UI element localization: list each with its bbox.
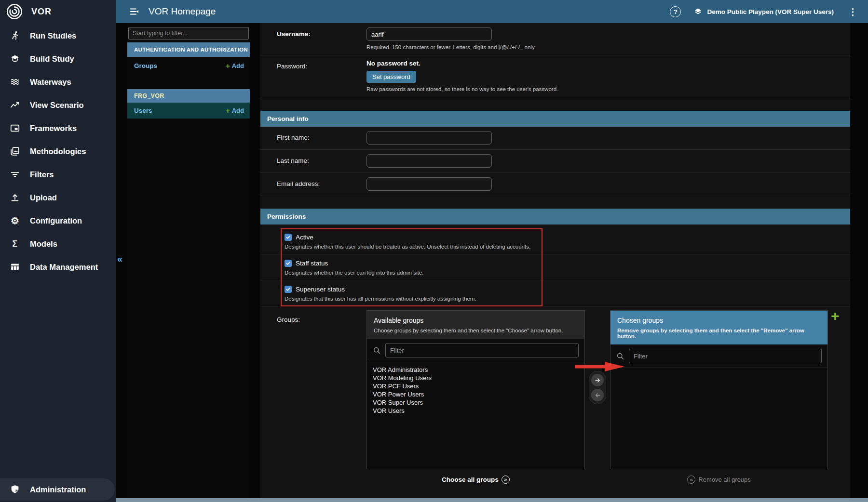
objnav-row-groups: Groups + Add xyxy=(127,57,250,75)
superuser-status-checkbox[interactable] xyxy=(285,286,292,293)
users-link[interactable]: Users xyxy=(134,107,152,114)
sidebar-item-administration[interactable]: Administration xyxy=(0,478,115,501)
chosen-groups-help: Remove groups by selecting them and then… xyxy=(617,328,821,339)
sidebar-item-label: Build Study xyxy=(30,54,74,64)
top-header: VOR Homepage ? Demo Public Playpen (VOR … xyxy=(116,0,868,23)
add-group-plus-button[interactable]: + xyxy=(831,310,841,322)
horizontal-scrollbar[interactable] xyxy=(116,498,868,502)
vor-logo-icon xyxy=(5,2,24,21)
last-name-label: Last name: xyxy=(277,154,366,168)
superuser-status-help: Designates that this user has all permis… xyxy=(285,296,841,302)
choose-all-icon: » xyxy=(502,476,510,484)
layers-icon xyxy=(693,7,703,16)
photo-library-icon xyxy=(9,146,21,157)
staff-status-row: Staff status Designates whether the user… xyxy=(260,254,850,280)
sidebar-item-configuration[interactable]: ⚙ Configuration xyxy=(0,209,116,232)
sidebar-item-label: Run Studies xyxy=(30,31,76,40)
first-name-input[interactable] xyxy=(366,131,492,145)
available-groups-help: Choose groups by selecting them and then… xyxy=(374,328,578,333)
list-item[interactable]: VOR Super Users xyxy=(373,398,584,407)
choose-arrow-button[interactable] xyxy=(591,374,604,386)
list-item[interactable]: VOR PCF Users xyxy=(373,382,584,390)
chosen-groups-panel: Chosen groups Remove groups by selecting… xyxy=(610,310,828,469)
active-label: Active xyxy=(296,234,313,241)
help-icon[interactable]: ? xyxy=(670,6,681,17)
superuser-status-label: Superuser status xyxy=(296,286,345,293)
sidebar-item-upload[interactable]: Upload xyxy=(0,186,116,209)
sidebar-item-label: Data Management xyxy=(30,263,98,272)
staff-status-help: Designates whether the user can log into… xyxy=(285,270,841,276)
staff-status-checkbox[interactable] xyxy=(285,260,292,267)
objnav-filter-input[interactable] xyxy=(128,27,249,40)
available-filter-row xyxy=(367,339,584,362)
main-sidebar: VOR Run Studies xyxy=(0,0,116,502)
list-item[interactable]: VOR Modeling Users xyxy=(373,374,584,382)
sidebar-item-run-studies[interactable]: Run Studies xyxy=(0,24,116,47)
dual-selector-footer: Choose all groups » « Remove all groups xyxy=(366,476,841,484)
username-input[interactable] xyxy=(366,27,492,41)
chosen-filter-input[interactable] xyxy=(629,349,822,363)
password-status: No password set. xyxy=(366,60,558,67)
groups-dual-selector: Available groups Choose groups by select… xyxy=(366,310,841,469)
available-groups-title: Available groups xyxy=(374,317,578,324)
kebab-menu-icon[interactable]: ⋮ xyxy=(846,7,859,16)
sidebar-item-filters[interactable]: Filters xyxy=(0,163,116,186)
sidebar-item-build-study[interactable]: Build Study xyxy=(0,47,116,70)
sidebar-item-label: View Scenario xyxy=(30,101,84,110)
last-name-input[interactable] xyxy=(366,154,492,168)
sidebar-item-data-management[interactable]: Data Management xyxy=(0,255,116,278)
sidebar-item-label: Frameworks xyxy=(30,124,77,133)
set-password-button[interactable]: Set password xyxy=(366,71,416,83)
available-filter-input[interactable] xyxy=(385,343,579,357)
filter-lines-icon xyxy=(9,169,21,180)
workspace-label: Demo Public Playpen (VOR Super Users) xyxy=(707,8,834,15)
active-checkbox[interactable] xyxy=(285,234,292,241)
sidebar-item-label: Administration xyxy=(30,485,86,494)
search-icon xyxy=(616,352,624,360)
permissions-section-header: Permissions xyxy=(260,209,850,225)
add-user-link[interactable]: + Add xyxy=(226,107,244,114)
username-label: Username: xyxy=(277,27,366,50)
available-groups-header: Available groups Choose groups by select… xyxy=(367,311,584,339)
available-groups-panel: Available groups Choose groups by select… xyxy=(366,310,585,469)
sidebar-item-view-scenario[interactable]: View Scenario xyxy=(0,93,116,117)
username-help: Required. 150 characters or fewer. Lette… xyxy=(366,44,536,50)
runner-icon xyxy=(9,30,21,41)
menu-open-icon[interactable] xyxy=(128,6,140,17)
remove-arrow-button[interactable] xyxy=(591,389,604,401)
waves-icon xyxy=(9,77,21,87)
sidebar-item-models[interactable]: Σ Models xyxy=(0,232,116,255)
sidebar-item-waterways[interactable]: Waterways xyxy=(0,70,116,93)
sidebar-item-label: Models xyxy=(30,239,57,249)
remove-all-icon: « xyxy=(687,476,695,484)
shield-icon xyxy=(9,484,21,495)
picture-in-picture-icon xyxy=(9,123,21,133)
active-help: Designates whether this user should be t… xyxy=(285,244,841,250)
chosen-filter-row xyxy=(610,344,827,368)
user-change-form: Username: Required. 150 characters or fe… xyxy=(260,23,850,498)
username-row: Username: Required. 150 characters or fe… xyxy=(260,23,850,55)
list-item[interactable]: VOR Power Users xyxy=(373,390,584,398)
available-groups-list: VOR Administrators VOR Modeling Users VO… xyxy=(367,362,584,469)
remove-all-groups-button[interactable]: « Remove all groups xyxy=(610,476,828,484)
choose-all-groups-button[interactable]: Choose all groups » xyxy=(366,476,585,484)
sidebar-item-methodologies[interactable]: Methodologies xyxy=(0,140,116,163)
sigma-icon: Σ xyxy=(9,239,21,248)
collapse-sidebar-control[interactable]: « xyxy=(117,253,122,264)
sidebar-item-frameworks[interactable]: Frameworks xyxy=(0,117,116,140)
add-group-link[interactable]: + Add xyxy=(226,62,244,69)
sidebar-item-label: Upload xyxy=(30,193,57,202)
list-item[interactable]: VOR Users xyxy=(373,407,584,415)
groups-link[interactable]: Groups xyxy=(134,62,157,69)
line-chart-icon xyxy=(9,100,21,110)
section-auth-header: AUTHENTICATION AND AUTHORIZATION xyxy=(127,42,250,57)
staff-status-label: Staff status xyxy=(296,260,328,267)
active-row: Active Designates whether this user shou… xyxy=(260,228,850,254)
email-input[interactable] xyxy=(366,177,492,191)
password-label: Password: xyxy=(277,60,366,92)
list-item[interactable]: VOR Administrators xyxy=(373,366,584,374)
workspace-switcher[interactable]: Demo Public Playpen (VOR Super Users) xyxy=(693,7,834,16)
object-nav-panel: AUTHENTICATION AND AUTHORIZATION Groups … xyxy=(127,23,250,498)
plus-icon: + xyxy=(226,62,230,69)
sidebar-item-label: Configuration xyxy=(30,216,82,225)
